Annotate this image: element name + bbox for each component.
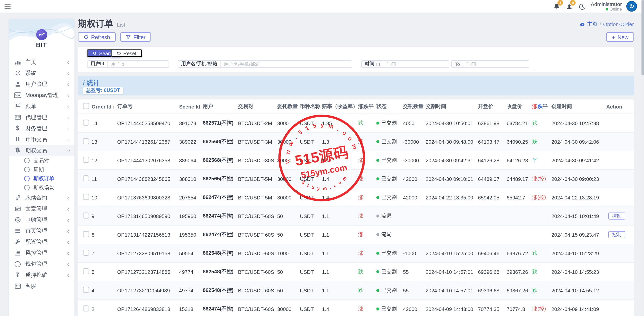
user-name-input[interactable]: [221, 61, 352, 67]
breadcrumb-home-link[interactable]: 主页: [587, 21, 598, 28]
page-scrollbar[interactable]: [641, 0, 644, 316]
column-header-label: Order Id: [92, 104, 111, 109]
sidebar-item-support[interactable]: 客服: [9, 281, 74, 292]
chevron-left-icon: ‹: [67, 92, 69, 98]
user-name-field-group: 用户名/手机/邮箱: [178, 60, 352, 68]
sidebar-item-copy-trade[interactable]: 跟单‹: [9, 101, 74, 112]
cell-order-id: 11: [92, 176, 117, 182]
sort-asc-icon[interactable]: ↑: [573, 103, 576, 109]
sidebar-subitem-cycles[interactable]: 周期: [9, 165, 74, 174]
dark-mode-moon-icon[interactable]: [578, 2, 586, 10]
cell-status: 已交割: [376, 138, 403, 145]
sidebar-item-system[interactable]: 系统‹: [9, 68, 74, 79]
refresh-button[interactable]: Refresh: [78, 32, 116, 42]
control-button[interactable]: 控制: [608, 231, 625, 238]
cell-created-at: 2024-04-15 10:01:49: [551, 213, 606, 219]
sidebar-item-articles[interactable]: 文章管理‹: [9, 203, 74, 214]
column-header: 订单号: [117, 103, 179, 110]
time-to-input[interactable]: [463, 61, 529, 67]
cell-user: 862565(不控): [203, 175, 238, 182]
toolbar: Refresh Filter + New: [78, 32, 634, 42]
column-header[interactable]: 创建时间↑: [551, 103, 606, 110]
cell-created-at: 2024-04-10 15:23:29: [551, 250, 606, 256]
row-checkbox[interactable]: [83, 175, 89, 181]
column-header-label: 涨: [532, 103, 537, 109]
column-header-label: 委托数量: [277, 103, 298, 109]
row-checkbox[interactable]: [83, 138, 89, 144]
search-icon: [93, 51, 97, 56]
sidebar-item-subscribe[interactable]: 申购管理‹: [9, 214, 74, 225]
sidebar-item-homepage[interactable]: 首页管理‹: [9, 225, 74, 236]
sidebar-item-label: 财务管理: [25, 125, 47, 132]
avatar[interactable]: [626, 1, 637, 12]
row-checkbox[interactable]: [83, 287, 89, 293]
cell-amount: 3000: [277, 120, 300, 126]
sidebar-subitem-option-scenes[interactable]: 期权场景: [9, 183, 74, 192]
cell-close-price: 69367.26: [507, 288, 532, 293]
sidebar-item-agents[interactable]: 代理管理‹: [9, 112, 74, 123]
menu-toggle-icon[interactable]: [5, 4, 11, 9]
sidebar-item-spot-trade[interactable]: B币币交易‹: [9, 134, 74, 145]
column-header-label: 用户: [203, 103, 213, 109]
status-text: 已交割: [381, 120, 397, 127]
time-from-input[interactable]: [383, 61, 449, 67]
chevron-left-icon: ‹: [67, 125, 69, 131]
cell-user: 862474(不控): [203, 213, 238, 220]
sort-asc-icon[interactable]: ↑: [112, 104, 115, 109]
cell-direction: 涨: [358, 305, 376, 312]
sidebar-item-config[interactable]: 配置管理‹: [9, 236, 74, 247]
cell-direction: 涨: [358, 231, 376, 238]
sidebar-item-users[interactable]: 用户管理‹: [9, 79, 74, 90]
filter-button[interactable]: Filter: [120, 32, 151, 42]
sidebar-item-home[interactable]: 主页‹: [9, 57, 74, 68]
reset-button[interactable]: Reset: [111, 49, 142, 57]
row-checkbox[interactable]: [83, 250, 89, 256]
sidebar-item-risk[interactable]: 风控管理‹: [9, 247, 74, 258]
orders-table: Order Id↑订单号Scene Id用户交易对委托数量币种名称赔率（收益率）…: [78, 99, 634, 316]
outdent-icon: [14, 250, 21, 256]
row-checkbox[interactable]: [83, 268, 89, 274]
user-notification-icon[interactable]: 0: [566, 2, 574, 10]
chevron-left-icon: ‹: [67, 228, 69, 234]
cell-settle-time: 2024-04-30 09:10:01: [426, 176, 478, 182]
new-button[interactable]: + New: [606, 32, 634, 42]
sidebar-item-finance[interactable]: $财务管理‹: [9, 123, 74, 134]
column-header: 收盘价: [507, 103, 532, 110]
row-checkbox[interactable]: [83, 213, 89, 219]
notification-bell-icon[interactable]: 1: [553, 2, 561, 10]
status-text: 已交割: [381, 175, 397, 182]
row-checkbox[interactable]: [83, 194, 89, 200]
row-checkbox[interactable]: [83, 157, 89, 163]
cell-amount: 50: [277, 288, 300, 293]
sidebar-item-wallet[interactable]: 钱包管理‹: [9, 258, 74, 270]
sidebar-item-moonpay[interactable]: CCMoonpay管理‹: [9, 90, 74, 101]
user-id-input[interactable]: [108, 61, 169, 67]
cell-close-price: 70774.8: [507, 306, 532, 312]
column-header[interactable]: Order Id↑: [92, 104, 117, 109]
cell-odds: 1.35: [322, 120, 358, 126]
cell-coin: USDT: [300, 120, 322, 126]
cell-open-price: 64103.47: [478, 139, 507, 144]
cell-scene-id: 389022: [179, 139, 203, 144]
row-checkbox[interactable]: [83, 120, 89, 126]
sidebar-item-label: 首页管理: [25, 227, 47, 234]
column-header-label: 赔率（收益率）: [322, 103, 358, 109]
sidebar-subitem-option-orders[interactable]: 期权订单: [9, 174, 74, 183]
select-all-checkbox[interactable]: [83, 103, 89, 109]
cell-status: 已交割: [376, 250, 403, 257]
control-button[interactable]: 控制: [608, 213, 625, 220]
sidebar-item-perpetual[interactable]: 永续合约‹: [9, 192, 74, 203]
cell-close-price: 64489.17: [507, 176, 532, 182]
sidebar-item-staking[interactable]: ¥质押挖矿‹: [9, 270, 74, 281]
scrollbar-thumb[interactable]: [641, 0, 644, 75]
sidebar-subitem-pairs[interactable]: 交易对: [9, 156, 74, 165]
table-row: 13OP1714441326142387389022862568(不控)BTC/…: [78, 132, 634, 151]
cell-coin: USDT: [300, 195, 322, 200]
cell-result: 跌: [532, 250, 551, 257]
row-checkbox[interactable]: [83, 305, 89, 311]
status-dot: [376, 196, 379, 199]
sidebar-item-option-trade[interactable]: ฿期权交易‹: [9, 145, 74, 156]
cell-direction: 涨: [358, 213, 376, 220]
cell-close-price: 64126.28: [507, 157, 532, 163]
row-checkbox[interactable]: [83, 231, 89, 237]
